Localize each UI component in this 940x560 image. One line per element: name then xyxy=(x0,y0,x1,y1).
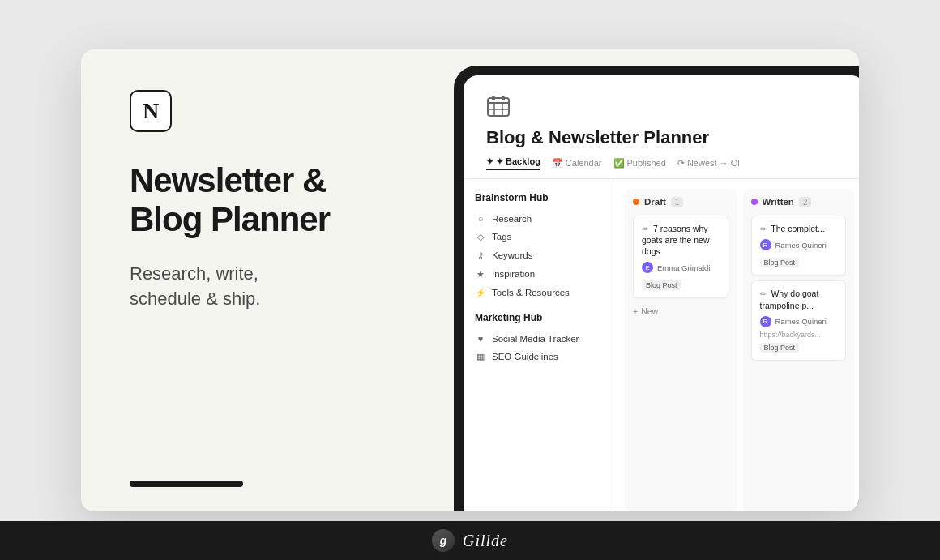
kanban-col-draft: Draft 1 ✏ 7 reasons why goats are the ne… xyxy=(625,189,737,511)
pencil-icon-w1: ✏ xyxy=(760,224,767,233)
card-url-w2: https://backyards... xyxy=(760,331,838,339)
card-title-w1: ✏ The complet... xyxy=(760,223,838,235)
card-title-1: ✏ 7 reasons why goats are the new dogs xyxy=(642,223,720,258)
draft-status-dot xyxy=(633,199,639,205)
card-avatar-w2: R xyxy=(760,316,771,327)
svg-rect-6 xyxy=(502,96,505,100)
grid-icon: ▦ xyxy=(475,352,486,362)
draft-col-count: 1 xyxy=(671,197,684,207)
right-panel: Blog & Newsletter Planner ✦ ✦ Backlog 📅 … xyxy=(438,49,859,511)
card-tag-w2: Blog Post xyxy=(760,343,800,353)
kanban-card-draft-1[interactable]: ✏ 7 reasons why goats are the new dogs E… xyxy=(633,216,728,299)
notion-app: Blog & Newsletter Planner ✦ ✦ Backlog 📅 … xyxy=(464,75,859,511)
card-author-w2: Rames Quineri xyxy=(776,317,827,326)
tab-calendar[interactable]: 📅 Calendar xyxy=(552,158,602,169)
notion-logo-n: N xyxy=(143,98,159,124)
card-avatar-1: E xyxy=(642,262,653,273)
written-status-dot xyxy=(751,199,758,205)
card-author-1: Emma Grimaldi xyxy=(657,263,710,272)
sidebar-item-research[interactable]: ○ Research xyxy=(464,210,613,228)
sidebar-item-inspiration[interactable]: ★ Inspiration xyxy=(464,265,613,284)
tab-bar: ✦ ✦ Backlog 📅 Calendar ✅ Published xyxy=(486,156,843,170)
heart-icon: ♥ xyxy=(475,334,486,344)
tools-icon: ⚡ xyxy=(475,288,486,298)
app-body: Brainstorm Hub ○ Research ◇ Tags ⚷ xyxy=(464,179,859,511)
sidebar-item-keywords[interactable]: ⚷ Keywords xyxy=(464,246,613,265)
card-meta-w1: R Rames Quineri xyxy=(760,239,838,250)
sidebar-item-tags[interactable]: ◇ Tags xyxy=(464,228,613,246)
sidebar-item-tools[interactable]: ⚡ Tools & Resources xyxy=(464,284,613,302)
left-panel: N Newsletter & Blog Planner Research, wr… xyxy=(81,49,438,511)
tab-newest[interactable]: ⟳ Newest → Ol xyxy=(677,158,740,169)
tab-published[interactable]: ✅ Published xyxy=(613,158,666,169)
kanban-col-written: Written 2 ✏ The complet... R xyxy=(743,189,855,511)
brainstorm-hub-title: Brainstorm Hub xyxy=(464,192,613,210)
written-col-title: Written xyxy=(763,197,794,207)
written-col-count: 2 xyxy=(799,197,812,207)
svg-rect-5 xyxy=(492,96,495,100)
card-author-w1: Rames Quineri xyxy=(776,241,827,250)
star-icon: ★ xyxy=(475,269,486,280)
main-title: Newsletter & Blog Planner xyxy=(130,161,397,240)
kanban-card-written-1[interactable]: ✏ The complet... R Rames Quineri Blog Po… xyxy=(751,216,847,276)
draft-col-header: Draft 1 xyxy=(633,197,728,207)
app-title: Blog & Newsletter Planner xyxy=(486,127,843,148)
main-card: N Newsletter & Blog Planner Research, wr… xyxy=(81,49,859,511)
card-title-w2: ✏ Why do goat trampoline p... xyxy=(760,288,838,311)
card-meta-1: E Emma Grimaldi xyxy=(642,262,720,273)
pencil-icon: ✏ xyxy=(642,224,648,233)
subtitle: Research, write,schedule & ship. xyxy=(130,262,397,312)
key-icon: ⚷ xyxy=(475,250,486,261)
tablet-mockup: Blog & Newsletter Planner ✦ ✦ Backlog 📅 … xyxy=(454,66,859,511)
app-header: Blog & Newsletter Planner ✦ ✦ Backlog 📅 … xyxy=(464,75,859,179)
sidebar-item-social[interactable]: ♥ Social Media Tracker xyxy=(464,330,613,348)
kanban-board: Draft 1 ✏ 7 reasons why goats are the ne… xyxy=(613,179,859,511)
app-icon xyxy=(486,95,511,118)
draft-col-title: Draft xyxy=(644,197,666,207)
bottom-brand-bar: g Gillde xyxy=(0,521,940,560)
kanban-card-written-2[interactable]: ✏ Why do goat trampoline p... R Rames Qu… xyxy=(751,280,847,361)
app-icon-row xyxy=(486,95,843,121)
marketing-hub-title: Marketing Hub xyxy=(464,312,613,330)
tag-icon: ◇ xyxy=(475,232,486,242)
app-sidebar: Brainstorm Hub ○ Research ◇ Tags ⚷ xyxy=(464,179,613,511)
notion-logo: N xyxy=(130,90,172,132)
svg-rect-0 xyxy=(488,98,509,116)
add-new-button[interactable]: + New xyxy=(633,303,728,319)
gillde-logo: g xyxy=(432,529,455,552)
card-tag-w1: Blog Post xyxy=(760,258,800,267)
sidebar-divider xyxy=(464,302,613,312)
search-icon: ○ xyxy=(475,214,486,224)
pencil-icon-w2: ✏ xyxy=(760,289,767,298)
gillde-brand-name: Gillde xyxy=(463,532,508,550)
written-col-header: Written 2 xyxy=(751,197,847,207)
card-tag-1: Blog Post xyxy=(642,280,682,290)
bottom-decoration xyxy=(130,481,243,487)
card-avatar-w1: R xyxy=(760,239,771,250)
card-meta-w2: R Rames Quineri xyxy=(760,316,838,327)
tab-backlog[interactable]: ✦ ✦ Backlog xyxy=(486,156,540,170)
tablet-screen: Blog & Newsletter Planner ✦ ✦ Backlog 📅 … xyxy=(464,75,859,511)
sidebar-item-seo[interactable]: ▦ SEO Guidelines xyxy=(464,348,613,366)
